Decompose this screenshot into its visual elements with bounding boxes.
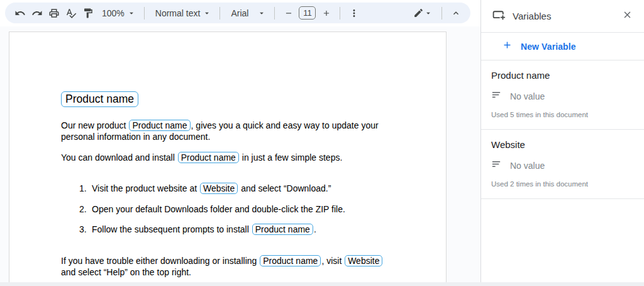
font-family-select[interactable]: Arial (225, 4, 269, 21)
paint-roller-icon (82, 8, 94, 19)
plus-icon (322, 9, 331, 18)
variable-chip[interactable]: Product name (61, 91, 138, 107)
variable-chip[interactable]: Website (200, 183, 238, 194)
chevron-up-icon (451, 8, 461, 18)
new-variable-button[interactable]: New Variable (481, 33, 644, 60)
document-area: 100% Normal text Arial (0, 0, 480, 286)
list-number: 2. (79, 203, 92, 215)
list-item-text: Follow the subsequent prompts to install… (92, 224, 316, 235)
variable-usage: Used 2 times in this document (490, 179, 634, 198)
toolbar-divider (441, 7, 442, 20)
variables-panel: Variables New Variable Product name No v… (480, 0, 644, 286)
list-item: 3. Follow the subsequent prompts to inst… (79, 224, 316, 235)
redo-icon (31, 8, 43, 19)
variable-value: No value (510, 91, 545, 101)
spellcheck-icon (65, 8, 77, 19)
font-size-input[interactable] (299, 6, 316, 20)
document-heading: Product name (61, 91, 138, 107)
chevron-down-icon (257, 9, 266, 18)
print-button[interactable] (45, 4, 62, 21)
paragraph-style-select[interactable]: Normal text (150, 4, 215, 21)
document-page[interactable]: Product name Our new product Product nam… (9, 31, 447, 286)
editing-mode-button[interactable] (409, 4, 436, 21)
toolbar-divider (340, 7, 340, 20)
short-text-icon (491, 89, 502, 103)
window-bottom-edge (0, 282, 644, 286)
variable-value-row[interactable]: No value (490, 159, 634, 172)
zoom-value: 100% (99, 8, 127, 18)
hide-menus-button[interactable] (447, 4, 464, 21)
document-paragraph: You can download and install Product nam… (61, 152, 413, 163)
toolbar-divider (274, 7, 275, 20)
chevron-down-icon (203, 9, 211, 18)
more-vertical-icon (348, 8, 360, 19)
list-item-text: Visit the product website at Website and… (92, 183, 331, 194)
decrease-font-size-button[interactable] (280, 4, 297, 21)
paragraph-style-value: Normal text (153, 8, 203, 18)
toolbar-divider (219, 7, 220, 20)
variable-chip[interactable]: Product name (260, 255, 321, 266)
variable-chip[interactable]: Product name (129, 120, 190, 131)
panel-header: Variables (481, 0, 644, 33)
spellcheck-button[interactable] (62, 4, 79, 21)
panel-title: Variables (513, 11, 612, 21)
font-family-value: Arial (228, 8, 257, 18)
pencil-icon (413, 8, 424, 18)
more-toolbar-options-button[interactable] (345, 4, 362, 21)
main-toolbar: 100% Normal text Arial (5, 3, 470, 23)
document-paragraph: Our new product Product name, gives you … (61, 120, 391, 142)
variable-chip[interactable]: Website (345, 255, 382, 266)
plus-icon (502, 40, 513, 53)
variable-usage: Used 5 times in this document (490, 110, 634, 129)
list-item: 1. Visit the product website at Website … (79, 183, 331, 194)
toolbar-divider (144, 7, 145, 20)
close-icon (622, 9, 633, 23)
variable-section: Product name No value Used 5 times in th… (481, 60, 644, 130)
close-panel-button[interactable] (619, 8, 635, 25)
undo-button[interactable] (11, 4, 28, 21)
undo-icon (14, 8, 26, 19)
print-icon (48, 8, 60, 19)
new-variable-label: New Variable (521, 42, 576, 52)
insert-variable-icon (492, 8, 506, 24)
chevron-down-icon (424, 9, 433, 18)
short-text-icon (491, 159, 502, 172)
list-item: 2. Open your default Downloads folder an… (79, 203, 345, 215)
variable-name: Website (490, 139, 634, 150)
variable-section: Website No value Used 2 times in this do… (481, 130, 644, 199)
variable-chip[interactable]: Product name (178, 152, 239, 163)
variable-value-row[interactable]: No value (490, 89, 634, 103)
document-paragraph: If you have trouble either downloading o… (61, 255, 394, 278)
redo-button[interactable] (28, 4, 45, 21)
list-item-text: Open your default Downloads folder and d… (92, 203, 345, 215)
list-number: 3. (79, 224, 92, 235)
variable-value: No value (510, 161, 545, 171)
variable-chip[interactable]: Product name (252, 224, 313, 235)
minus-icon (284, 9, 293, 18)
list-number: 1. (79, 183, 92, 194)
variable-name: Product name (490, 70, 634, 81)
increase-font-size-button[interactable] (318, 4, 335, 21)
paint-format-button[interactable] (79, 4, 96, 21)
chevron-down-icon (127, 9, 136, 18)
zoom-select[interactable]: 100% (96, 4, 139, 21)
